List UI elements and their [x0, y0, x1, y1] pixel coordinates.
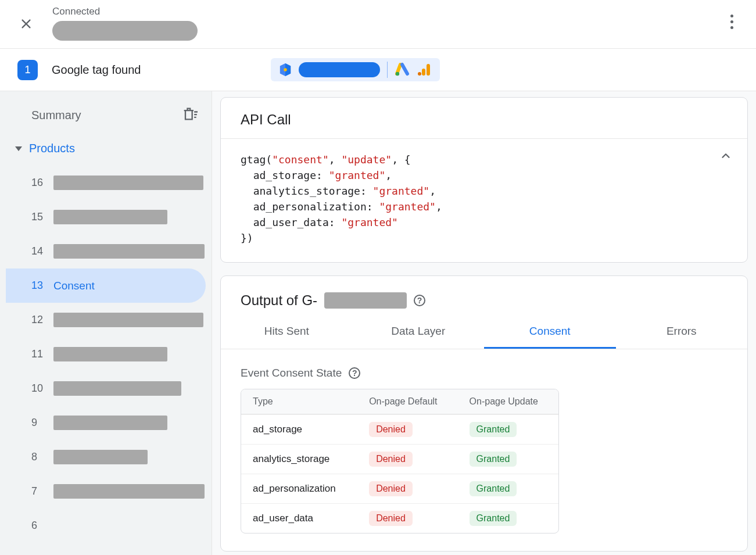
status-badge-denied: Denied [369, 422, 413, 437]
help-icon[interactable]: ? [414, 295, 425, 306]
help-icon[interactable]: ? [349, 367, 360, 379]
code-string: "granted" [373, 185, 430, 197]
col-default: On-page Default [357, 389, 457, 414]
event-item-8[interactable]: 8 [6, 440, 206, 474]
status-badge-granted: Granted [470, 481, 517, 496]
tag-found-bar: 1 Google tag found [0, 49, 756, 91]
tag-chip-group[interactable] [271, 58, 440, 81]
main-content: API Call gtag("consent", "update", { ad_… [212, 91, 756, 555]
consent-table: Type On-page Default On-page Update ad_s… [241, 389, 559, 533]
tag-id-redacted [299, 62, 380, 77]
overflow-menu-icon[interactable] [725, 15, 739, 29]
status-badge-denied: Denied [369, 452, 413, 467]
code-string: "granted" [379, 200, 436, 213]
caret-down-icon [15, 146, 22, 151]
event-number: 6 [31, 520, 45, 532]
event-consent-state-title-row: Event Consent State ? [221, 349, 747, 389]
status-badge-granted: Granted [470, 422, 517, 437]
connection-status: Connected [52, 6, 198, 41]
event-name-redacted [53, 210, 167, 224]
event-item-13-consent[interactable]: 13Consent [6, 268, 206, 303]
svg-rect-2 [427, 64, 430, 76]
tab-hits-sent[interactable]: Hits Sent [221, 316, 353, 349]
output-tabs: Hits Sent Data Layer Consent Errors [221, 316, 747, 349]
code-string: "granted" [341, 216, 398, 228]
tab-consent[interactable]: Consent [484, 316, 616, 349]
code-text: ad_storage: [241, 169, 329, 181]
status-badge-denied: Denied [369, 481, 413, 496]
consent-type: ad_personalization [241, 474, 357, 503]
api-call-code: gtag("consent", "update", { ad_storage: … [221, 139, 747, 262]
event-number: 11 [31, 348, 45, 360]
code-text: , [385, 169, 392, 181]
code-string: "update" [341, 153, 392, 166]
code-text: ad_personalization: [241, 200, 379, 213]
event-item-15[interactable]: 15 [6, 200, 206, 234]
event-item-6[interactable]: 6 [6, 509, 206, 543]
event-number: 13 [31, 280, 45, 292]
event-name-redacted [53, 484, 205, 499]
google-analytics-icon [417, 62, 432, 77]
event-number: 7 [31, 485, 45, 497]
tab-data-layer[interactable]: Data Layer [353, 316, 485, 349]
consent-type: ad_user_data [241, 503, 357, 533]
summary-row: Summary [6, 106, 206, 136]
event-item-10[interactable]: 10 [6, 371, 206, 406]
api-call-card: API Call gtag("consent", "update", { ad_… [220, 97, 748, 263]
consent-type: ad_storage [241, 414, 357, 444]
connected-url-redacted [52, 21, 198, 41]
event-name-redacted [53, 244, 205, 259]
summary-title[interactable]: Summary [31, 109, 81, 122]
code-string: "consent" [272, 153, 329, 166]
code-string: "granted" [329, 169, 386, 181]
tab-errors[interactable]: Errors [616, 316, 748, 349]
sidebar: Summary Products 16 15 14 13Consent 12 1… [0, 91, 212, 555]
code-text: , [329, 153, 342, 166]
code-text: gtag( [241, 153, 272, 166]
svg-point-1 [396, 72, 399, 76]
event-number: 10 [31, 382, 45, 395]
event-item-16[interactable]: 16 [6, 166, 206, 200]
main-layout: Summary Products 16 15 14 13Consent 12 1… [0, 91, 756, 555]
event-name-redacted [53, 381, 181, 396]
consent-table-wrap: Type On-page Default On-page Update ad_s… [221, 389, 747, 551]
status-badge-denied: Denied [369, 511, 413, 526]
tag-found-label: Google tag found [52, 63, 141, 77]
event-name-redacted [53, 176, 203, 190]
connected-label: Connected [52, 6, 198, 17]
tag-count-badge: 1 [17, 60, 38, 80]
code-text: analytics_storage: [241, 185, 373, 197]
event-name-redacted [53, 450, 148, 464]
code-text: , { [392, 153, 411, 166]
event-list: 16 15 14 13Consent 12 11 10 9 8 7 6 [6, 166, 206, 543]
event-number: 16 [31, 177, 45, 189]
table-row: ad_personalization Denied Granted [241, 474, 558, 503]
divider [387, 62, 388, 78]
status-badge-granted: Granted [470, 452, 517, 467]
close-icon[interactable] [17, 15, 35, 33]
event-name-redacted [53, 347, 167, 361]
event-number: 12 [31, 314, 45, 326]
api-call-title: API Call [221, 98, 747, 139]
output-title-prefix: Output of G- [241, 292, 317, 309]
code-text: ad_user_data: [241, 216, 341, 228]
event-item-12[interactable]: 12 [6, 303, 206, 337]
chevron-up-icon[interactable] [719, 149, 732, 166]
event-item-11[interactable]: 11 [6, 337, 206, 371]
clear-events-icon[interactable] [181, 106, 198, 124]
event-label: Consent [53, 280, 95, 292]
output-tag-id-redacted [324, 292, 407, 309]
event-item-7[interactable]: 7 [6, 474, 206, 509]
event-number: 8 [31, 451, 45, 463]
event-item-9[interactable]: 9 [6, 406, 206, 440]
col-type: Type [241, 389, 357, 414]
products-label: Products [29, 142, 75, 155]
table-row: analytics_storage Denied Granted [241, 444, 558, 474]
event-consent-state-title: Event Consent State [241, 367, 342, 379]
products-section-toggle[interactable]: Products [6, 136, 206, 166]
top-header: Connected [0, 0, 756, 49]
col-update: On-page Update [458, 389, 558, 414]
event-name-redacted [53, 313, 203, 327]
event-item-14[interactable]: 14 [6, 234, 206, 268]
code-text: }) [241, 232, 253, 244]
